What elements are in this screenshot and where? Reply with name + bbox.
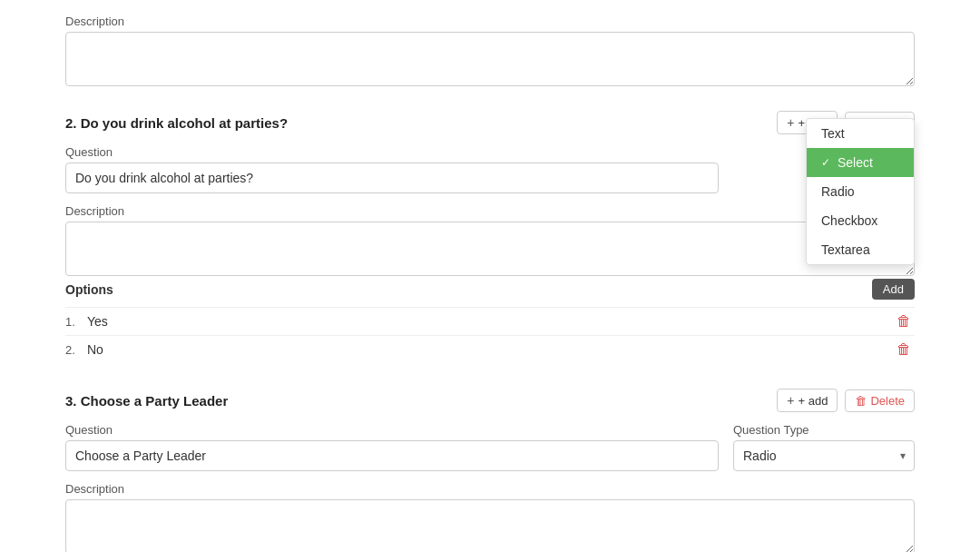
question-block-2: 2. Do you drink alcohol at parties? + + … (65, 111, 915, 363)
question-input-2[interactable] (65, 163, 719, 193)
option-number-2-2: 2. (65, 343, 87, 357)
top-description-input[interactable] (65, 32, 915, 86)
dropdown-item-radio[interactable]: Radio (807, 177, 914, 206)
dropdown-item-radio-label: Radio (821, 184, 855, 199)
question-label-3: Question (65, 423, 719, 437)
dropdown-item-checkbox[interactable]: Checkbox (807, 206, 914, 235)
description-section-3: Description (65, 482, 915, 552)
delete-option-button-2-1[interactable]: 🗑 (893, 313, 915, 330)
options-list-2: 1. Yes 🗑 2. No 🗑 (65, 307, 915, 363)
dropdown-item-textarea-label: Textarea (821, 242, 870, 257)
question-header-2: 2. Do you drink alcohol at parties? + + … (65, 111, 915, 134)
question-type-select-3[interactable]: Radio Text Select Checkbox Textarea (733, 440, 915, 471)
question-form-row-3: Question Question Type Radio Text Select… (65, 423, 915, 471)
question-field-3: Question (65, 423, 719, 471)
trash-icon-3: 🗑 (855, 394, 867, 408)
question-title-3: 3. Choose a Party Leader (65, 393, 228, 409)
dropdown-item-textarea[interactable]: Textarea (807, 235, 914, 264)
description-input-3[interactable] (65, 499, 915, 552)
question-title-2: 2. Do you drink alcohol at parties? (65, 115, 288, 131)
options-header-2: Options Add (65, 279, 915, 300)
description-label-2: Description (65, 204, 915, 218)
add-option-button-2[interactable]: Add (872, 279, 915, 300)
description-label-3: Description (65, 482, 915, 496)
description-section-2: Description (65, 204, 915, 279)
top-description-section: Description (65, 15, 915, 89)
option-row-2-1: 1. Yes 🗑 (65, 307, 915, 335)
dropdown-item-select[interactable]: ✓ Select (807, 148, 914, 177)
question-type-label-3: Question Type (733, 423, 915, 437)
question-type-select-wrapper-3: Radio Text Select Checkbox Textarea ▾ (733, 440, 915, 471)
dropdown-item-checkbox-label: Checkbox (821, 213, 877, 228)
option-row-2-2: 2. No 🗑 (65, 335, 915, 363)
options-label-2: Options (65, 282, 113, 297)
option-value-2-2: No (87, 342, 893, 357)
dropdown-item-text-label: Text (821, 126, 845, 141)
plus-icon: + (787, 115, 794, 130)
question-block-3: 3. Choose a Party Leader + + add 🗑 Delet… (65, 389, 915, 552)
question-type-dropdown: Text ✓ Select Radio Checkbox Textarea (806, 118, 915, 265)
top-description-label: Description (65, 15, 915, 28)
page-container: Description 2. Do you drink alcohol at p… (0, 0, 980, 552)
question-header-3: 3. Choose a Party Leader + + add 🗑 Delet… (65, 389, 915, 412)
dropdown-item-select-label: Select (838, 155, 873, 170)
question-input-3[interactable] (65, 440, 719, 471)
option-number-2-1: 1. (65, 315, 87, 329)
question-field-2: Question (65, 145, 719, 193)
question-type-field-3: Question Type Radio Text Select Checkbox… (733, 423, 915, 471)
delete-option-button-2-2[interactable]: 🗑 (893, 341, 915, 358)
description-input-2[interactable] (65, 222, 915, 276)
option-value-2-1: Yes (87, 314, 893, 329)
question-actions-3: + + add 🗑 Delete (777, 389, 915, 412)
question-label-2: Question (65, 145, 719, 159)
plus-icon-3: + (787, 393, 794, 408)
dropdown-item-text[interactable]: Text (807, 119, 914, 148)
delete-button-3[interactable]: 🗑 Delete (845, 389, 915, 412)
question-form-row-2: Question (65, 145, 915, 193)
check-icon-select: ✓ (821, 156, 830, 169)
add-button-3[interactable]: + + add (777, 389, 838, 412)
